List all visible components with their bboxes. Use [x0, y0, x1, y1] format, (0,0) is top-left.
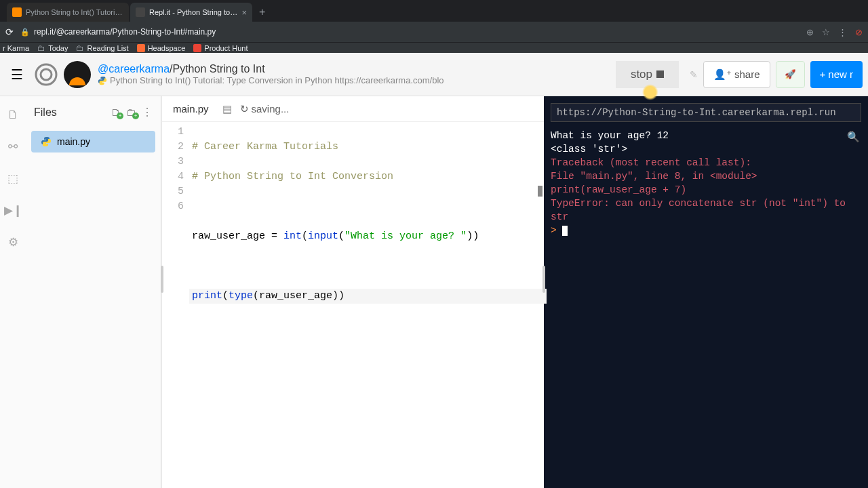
scrollbar-thumb[interactable]	[538, 186, 542, 197]
console-line: What is your age? 12	[551, 129, 861, 142]
user-avatar[interactable]	[64, 61, 91, 88]
tab-bar: Python String to Int() Tutorial: Ty Repl…	[0, 0, 868, 22]
folder-icon: 🗀	[37, 43, 45, 53]
file-more-icon[interactable]: ⋮	[142, 106, 153, 119]
editor-tab-bar: main.py ▤ ↻saving...	[162, 96, 544, 122]
cursor-icon	[562, 226, 568, 236]
console-output[interactable]: 🔍 What is your age? 12 <class 'str'> Tra…	[544, 126, 868, 488]
new-file-icon[interactable]: 🗋+	[111, 106, 121, 118]
bookmark[interactable]: 🗀Reading List	[76, 43, 128, 53]
stop-icon	[656, 70, 664, 78]
hamburger-icon[interactable]: ☰	[5, 61, 28, 88]
url-box[interactable]: 🔒 repl.it/@careerkarma/Python-String-to-…	[20, 27, 800, 37]
tab-title: Python String to Int() Tutorial: Ty	[26, 8, 123, 16]
bookmark[interactable]: Headspace	[137, 44, 186, 52]
main-area: 🗋 ⚯ ⬚ ▶❙ ⚙ Files 🗋+ 🗀+ ⋮ main.py main.py…	[0, 96, 868, 488]
folder-icon: 🗀	[76, 43, 84, 53]
repo-name: Python String to Int	[173, 63, 265, 75]
svg-point-0	[36, 64, 56, 85]
console-error-line: TypeError: can only concatenate str (not…	[551, 197, 861, 224]
ext-icon[interactable]: ⊘	[855, 27, 863, 37]
header-actions: 👤⁺share 🚀 +new r	[703, 61, 863, 88]
browser-tab[interactable]: Python String to Int() Tutorial: Ty	[7, 3, 129, 22]
repo-title: @careerkarma/Python String to Int	[98, 63, 610, 75]
console-error-line: File "main.py", line 8, in <module>	[551, 169, 861, 183]
file-icon[interactable]: 🗋	[7, 108, 19, 122]
new-repl-button[interactable]: +new r	[810, 61, 863, 88]
file-header: Files 🗋+ 🗀+ ⋮	[26, 96, 161, 128]
debug-icon[interactable]: ▶❙	[4, 203, 22, 218]
file-item[interactable]: main.py	[31, 131, 155, 152]
rocket-icon: 🚀	[785, 69, 796, 79]
new-tab-button[interactable]: +	[254, 3, 271, 22]
menu-icon[interactable]: ⋮	[838, 27, 847, 37]
refresh-icon: ↻	[240, 103, 249, 115]
browser-tab-active[interactable]: Repl.it - Python String to Int ×	[130, 3, 252, 22]
boost-button[interactable]: 🚀	[776, 61, 805, 88]
bookmark[interactable]: Product Hunt	[193, 44, 248, 52]
url-text: repl.it/@careerkarma/Python-String-to-In…	[34, 27, 216, 37]
settings-icon[interactable]: ⚙	[8, 235, 18, 249]
browser-chrome: Python String to Int() Tutorial: Ty Repl…	[0, 0, 868, 53]
reload-icon[interactable]: ⟳	[5, 26, 14, 37]
left-rail: 🗋 ⚯ ⬚ ▶❙ ⚙	[0, 96, 26, 488]
edit-icon[interactable]: ✎	[684, 64, 703, 85]
lock-icon: 🔒	[20, 28, 30, 37]
line-gutter: 1 2 3 4 5 6	[162, 125, 192, 488]
console-line: <class 'str'>	[551, 142, 861, 156]
bookmark-icon	[137, 44, 145, 52]
file-panel: Files 🗋+ 🗀+ ⋮ main.py	[26, 96, 161, 488]
repo-info: @careerkarma/Python String to Int Python…	[98, 63, 610, 85]
code-editor[interactable]: 1 2 3 4 5 6 # Career Karma Tutorials # P…	[162, 122, 544, 488]
svg-point-1	[41, 69, 52, 80]
new-folder-icon[interactable]: 🗀+	[126, 106, 136, 118]
tab-close-icon[interactable]: ×	[241, 7, 247, 18]
python-icon	[41, 136, 52, 147]
file-name: main.py	[57, 136, 90, 147]
address-bar: ⟳ 🔒 repl.it/@careerkarma/Python-String-t…	[0, 22, 868, 42]
console-error-line: Traceback (most recent call last):	[551, 156, 861, 169]
favicon-icon	[136, 7, 145, 17]
bookmark-icon	[193, 44, 201, 52]
repl-header: ☰ @careerkarma/Python String to Int Pyth…	[0, 53, 868, 96]
python-icon	[98, 76, 107, 85]
person-icon: 👤⁺	[713, 68, 732, 81]
format-icon[interactable]: ▤	[222, 103, 232, 115]
editor-tab[interactable]: main.py	[167, 100, 214, 117]
console-panel: https://Python-String-to-Int.careerkarma…	[544, 96, 868, 488]
package-icon[interactable]: ⬚	[7, 171, 18, 186]
code-content: # Career Karma Tutorials # Python String…	[192, 125, 544, 488]
files-label: Files	[34, 106, 105, 119]
cursor-indicator	[642, 84, 658, 100]
stop-button[interactable]: stop	[616, 61, 679, 88]
console-url-bar[interactable]: https://Python-String-to-Int.careerkarma…	[551, 103, 861, 122]
favicon-icon	[12, 7, 22, 17]
saving-status: ↻saving...	[240, 103, 290, 115]
bookmark-bar: r Karma 🗀Today 🗀Reading List Headspace P…	[0, 42, 868, 53]
search-icon[interactable]: ⊕	[806, 27, 814, 37]
share-link-icon[interactable]: ⚯	[8, 140, 18, 154]
addr-icons: ⊕ ☆ ⋮ ⊘	[806, 27, 863, 37]
editor: main.py ▤ ↻saving... 1 2 3 4 5 6 # Caree…	[161, 96, 544, 488]
bookmark[interactable]: r Karma	[3, 44, 29, 52]
tab-title: Repl.it - Python String to Int	[149, 8, 237, 16]
console-error-line: print(raw_user_age + 7)	[551, 183, 861, 197]
replit-logo-icon[interactable]	[34, 62, 58, 87]
repo-description: Python String to Int() Tutorial: Type Co…	[98, 75, 610, 85]
repo-owner-link[interactable]: @careerkarma	[98, 63, 170, 75]
console-prompt: >	[551, 224, 861, 237]
console-search-icon[interactable]: 🔍	[847, 131, 860, 145]
bookmark[interactable]: 🗀Today	[37, 43, 68, 53]
share-button[interactable]: 👤⁺share	[703, 61, 770, 88]
star-icon[interactable]: ☆	[822, 27, 830, 37]
plus-icon: +	[820, 68, 826, 80]
